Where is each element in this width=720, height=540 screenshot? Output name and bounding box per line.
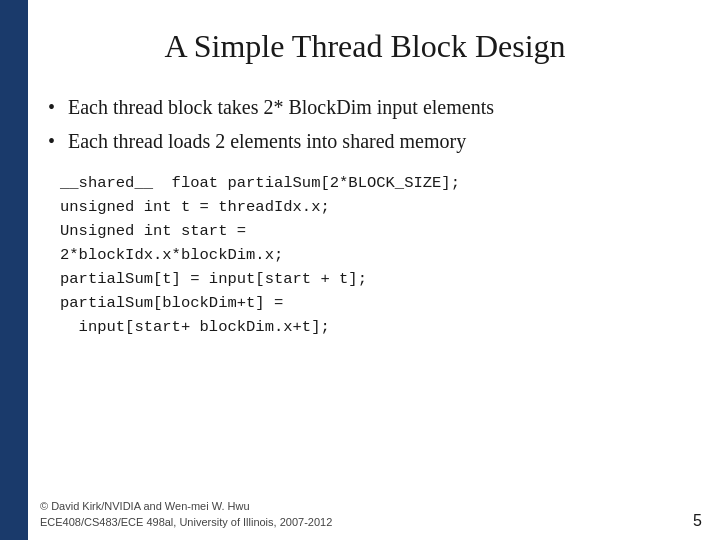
bullet-item-1: Each thread block takes 2* BlockDim inpu… xyxy=(40,93,690,121)
code-line-3: unsigned int t = threadIdx.x; xyxy=(60,195,690,219)
footer-line1: © David Kirk/NVIDIA and Wen-mei W. Hwu xyxy=(40,499,332,514)
slide: A Simple Thread Block Design Each thread… xyxy=(0,0,720,540)
code-line-4: Unsigned int start = xyxy=(60,219,690,243)
code-line-1: __shared__ float partialSum[2*BLOCK_SIZE… xyxy=(60,171,690,195)
code-line-6: partialSum[t] = input[start + t]; xyxy=(60,267,690,291)
code-line-5: 2*blockIdx.x*blockDim.x; xyxy=(60,243,690,267)
code-line-8: input[start+ blockDim.x+t]; xyxy=(60,315,690,339)
slide-content: A Simple Thread Block Design Each thread… xyxy=(40,0,720,339)
footer-line2: ECE408/CS483/ECE 498al, University of Il… xyxy=(40,515,332,530)
code-block: __shared__ float partialSum[2*BLOCK_SIZE… xyxy=(60,171,690,339)
code-line-7: partialSum[blockDim+t] = xyxy=(60,291,690,315)
slide-title: A Simple Thread Block Design xyxy=(40,28,690,65)
bullet-item-2: Each thread loads 2 elements into shared… xyxy=(40,127,690,155)
slide-number: 5 xyxy=(693,512,702,530)
blue-sidebar-bar xyxy=(0,0,28,540)
footer: © David Kirk/NVIDIA and Wen-mei W. Hwu E… xyxy=(40,499,332,530)
bullet-list: Each thread block takes 2* BlockDim inpu… xyxy=(40,93,690,155)
